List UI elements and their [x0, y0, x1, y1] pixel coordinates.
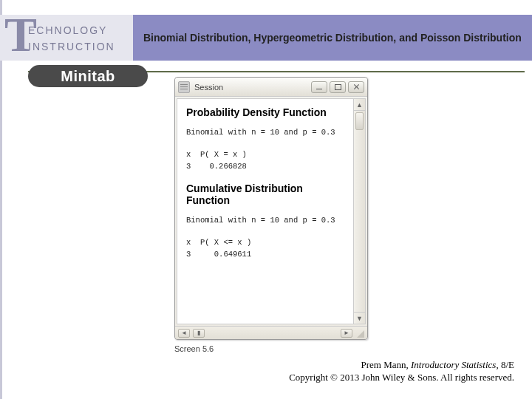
scroll-track[interactable] [354, 132, 365, 312]
window-controls [311, 81, 364, 93]
maximize-button[interactable] [330, 81, 346, 93]
minimize-button[interactable] [311, 81, 327, 93]
session-window: Session Probability Density Function Bin… [174, 77, 368, 340]
header-band: T ECHNOLOGY INSTRUCTION Binomial Distrib… [0, 15, 532, 61]
topic-title: Binomial Distribution, Hypergeometric Di… [143, 31, 522, 45]
figure-caption: Screen 5.6 [174, 344, 214, 353]
tech-line-1: ECHNOLOGY [28, 22, 133, 38]
close-button[interactable] [348, 81, 364, 93]
footer-line2: Copyright © 2013 John Wiley & Sons. All … [289, 371, 514, 384]
footer-author: Prem Mann, [361, 359, 411, 370]
cdf-table: x P( X <= x ) 3 0.649611 [186, 237, 346, 261]
pdf-table: x P( X = x ) 3 0.266828 [186, 149, 346, 173]
pdf-heading: Probability Density Function [186, 106, 346, 118]
window-title: Session [194, 83, 311, 92]
footer-edition: , 8/E [496, 359, 514, 370]
topic-banner: Binomial Distribution, Hypergeometric Di… [133, 15, 532, 61]
technology-instruction-box: T ECHNOLOGY INSTRUCTION [0, 15, 133, 61]
hscroll-right-icon[interactable]: ► [341, 329, 352, 338]
scroll-down-icon[interactable]: ▼ [354, 312, 365, 324]
hscroll-left-icon[interactable]: ◄ [178, 329, 190, 338]
scroll-up-icon[interactable]: ▲ [354, 99, 365, 111]
footer-line1: Prem Mann, Introductory Statistics, 8/E [289, 358, 514, 372]
session-output: Probability Density Function Binomial wi… [177, 99, 353, 324]
footer-credit: Prem Mann, Introductory Statistics, 8/E … [289, 358, 514, 384]
tech-line-2: INSTRUCTION [28, 38, 133, 55]
window-content: Probability Density Function Binomial wi… [177, 98, 366, 324]
vertical-scrollbar[interactable]: ▲ ▼ [353, 99, 365, 324]
cdf-params: Binomial with n = 10 and p = 0.3 [186, 215, 346, 227]
scroll-thumb[interactable] [355, 112, 364, 130]
window-titlebar[interactable]: Session [175, 78, 367, 97]
app-icon [178, 81, 190, 93]
hscroll-handle-icon[interactable]: ▮ [193, 329, 205, 338]
big-t-letter: T [4, 10, 37, 59]
resize-grip-icon[interactable] [355, 329, 364, 338]
software-tab: Minitab [28, 65, 148, 87]
software-label: Minitab [61, 68, 115, 85]
pdf-params: Binomial with n = 10 and p = 0.3 [186, 127, 346, 139]
footer-book-title: Introductory Statistics [411, 359, 496, 370]
cdf-heading: Cumulative Distribution Function [186, 183, 346, 206]
window-statusbar: ◄ ▮ ► [175, 326, 367, 339]
